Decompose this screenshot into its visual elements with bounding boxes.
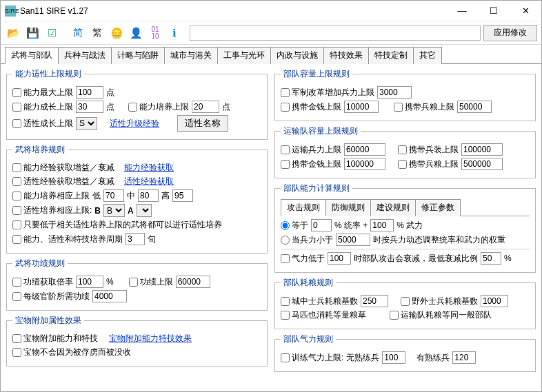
- rank-merit-input[interactable]: [92, 290, 127, 302]
- trans-food-input[interactable]: [461, 158, 503, 170]
- apt-name-button[interactable]: 适性名称: [177, 115, 228, 132]
- subtab-params[interactable]: 修正参数: [415, 199, 461, 216]
- close-button[interactable]: ✕: [510, 1, 541, 21]
- item-add-link[interactable]: 宝物附加能力特技效果: [109, 333, 192, 344]
- aptrel-b-select[interactable]: B: [103, 204, 125, 217]
- trans-gold-input[interactable]: [344, 158, 385, 170]
- cycle-input[interactable]: [126, 233, 145, 245]
- coin-icon[interactable]: 🪙: [108, 25, 125, 41]
- unit-gold-input[interactable]: [344, 101, 379, 113]
- eq-radio[interactable]: 等于: [281, 220, 308, 231]
- unit-food-input[interactable]: [457, 101, 492, 113]
- left-column: 能力适性上限规则 能力最大上限 点 能力成长上限 点 能力培养上限 点 适性成长…: [6, 68, 268, 387]
- minimize-button[interactable]: —: [446, 1, 478, 21]
- city-food-check[interactable]: 城中士兵耗粮基数: [281, 296, 358, 307]
- field-food-check[interactable]: 野外士兵耗粮基数: [401, 296, 478, 307]
- search-input[interactable]: [190, 25, 481, 41]
- subtab-attack[interactable]: 攻击规则: [281, 199, 326, 216]
- merit-cap-input[interactable]: [176, 276, 210, 288]
- field-food-input[interactable]: [481, 295, 508, 307]
- item-noloss-check[interactable]: 宝物不会因为被俘虏而被没收: [12, 347, 131, 358]
- rel-cap-check[interactable]: 能力培养相应上限: [12, 190, 90, 202]
- checklist-icon[interactable]: ☑: [43, 25, 60, 41]
- unit-cap-legend: 部队容量上限规则: [281, 68, 352, 80]
- tab-strategy-trap[interactable]: 计略与陷阱: [111, 47, 165, 64]
- aptrel-a-select[interactable]: [137, 204, 152, 217]
- subtab-defense[interactable]: 防御规则: [325, 199, 371, 216]
- simplified-button[interactable]: 简: [70, 25, 86, 41]
- info-icon[interactable]: ℹ: [166, 25, 183, 41]
- train-cap-input[interactable]: [192, 101, 219, 113]
- traditional-button[interactable]: 繁: [89, 25, 106, 41]
- window-controls: — ☐ ✕: [446, 1, 541, 21]
- unit-gold-check[interactable]: 携带金钱上限: [281, 101, 341, 113]
- cycle-check[interactable]: 能力、适性和特技培养周期: [12, 234, 123, 245]
- aptgrow-check[interactable]: 适性成长上限: [12, 118, 73, 130]
- merit-rate-check[interactable]: 功绩获取倍率: [12, 276, 73, 288]
- morale-check[interactable]: 气力低于: [281, 253, 325, 265]
- apt-gain-link[interactable]: 适性经验获取: [124, 176, 174, 187]
- tab-other[interactable]: 其它: [413, 47, 442, 64]
- tab-general-unit[interactable]: 武将与部队: [5, 47, 59, 64]
- apt-gain-check[interactable]: 适性经验获取增益／衰减: [12, 176, 114, 187]
- person-icon[interactable]: 👤: [128, 25, 144, 41]
- tab-build-aura[interactable]: 工事与光环: [217, 47, 271, 64]
- food-group: 部队耗粮规则 城中士兵耗粮基数 野外士兵耗粮基数 马匹也消耗等量粮草 运输队耗粮…: [274, 277, 536, 329]
- exp-gain-link[interactable]: 能力经验获取: [124, 162, 174, 174]
- maximize-button[interactable]: ☐: [478, 1, 510, 21]
- tab-city-port[interactable]: 城市与港关: [164, 47, 218, 64]
- tab-skill-effect[interactable]: 特技效果: [323, 47, 369, 64]
- trans-equip-check[interactable]: 携带兵装上限: [398, 144, 459, 156]
- trans-food-same-check[interactable]: 运输队耗粮等同一般部队: [390, 309, 492, 321]
- tab-unit-tactic[interactable]: 兵种与战法: [58, 47, 112, 64]
- morale-no-input[interactable]: [382, 351, 405, 364]
- reform-input[interactable]: [377, 86, 412, 99]
- binary-icon[interactable]: 0110: [147, 25, 163, 41]
- merit-cap-check[interactable]: 功绩上限: [129, 276, 173, 288]
- apt-upgrade-link[interactable]: 适性升级经验: [110, 118, 159, 130]
- lt-input[interactable]: [336, 234, 370, 246]
- lt-radio[interactable]: 当兵力小于: [281, 234, 333, 246]
- tab-politics-facility[interactable]: 内政与设施: [270, 47, 324, 64]
- trans-troop-check[interactable]: 运输兵力上限: [281, 144, 341, 156]
- open-icon[interactable]: 📂: [5, 25, 21, 41]
- rel-low-input[interactable]: [103, 189, 124, 202]
- toolbar: 📂 💾 ☑ 简 繁 🪙 👤 0110 ℹ 应用修改: [1, 21, 541, 45]
- rank-merit-check[interactable]: 每级官阶所需功绩: [12, 291, 90, 302]
- apply-button[interactable]: 应用修改: [483, 25, 537, 41]
- morale-yes-input[interactable]: [452, 351, 476, 364]
- morale-ratio-input[interactable]: [481, 252, 501, 265]
- morale-input[interactable]: [328, 252, 351, 265]
- city-food-input[interactable]: [361, 295, 388, 307]
- rel-hi-input[interactable]: [172, 189, 193, 202]
- aptrel-check[interactable]: 适性培养相应上限:: [12, 205, 92, 216]
- rel-mid-input[interactable]: [138, 189, 159, 202]
- train-cap-check[interactable]: 能力培养上限: [128, 101, 189, 113]
- item-add-check[interactable]: 宝物附加能力和特技: [12, 333, 98, 344]
- horse-food-check[interactable]: 马匹也消耗等量粮草: [281, 309, 366, 321]
- grow-cap-input[interactable]: [76, 101, 103, 113]
- morale-legend: 部队气力规则: [281, 333, 336, 345]
- max-cap-input[interactable]: [76, 86, 103, 99]
- grow-cap-check[interactable]: 能力成长上限: [12, 101, 73, 113]
- tab-skill-custom[interactable]: 特技定制: [368, 47, 414, 64]
- train-morale-check[interactable]: 训练气力上限:: [281, 352, 343, 364]
- save-icon[interactable]: 💾: [24, 25, 41, 41]
- trans-equip-input[interactable]: [461, 143, 503, 156]
- ability-cap-group: 能力适性上限规则 能力最大上限 点 能力成长上限 点 能力培养上限 点 适性成长…: [6, 68, 268, 140]
- below-cap-check[interactable]: 只要低于相关适性培养上限的武将都可以进行适性培养: [12, 219, 222, 231]
- general-train-legend: 武将培养规则: [12, 144, 68, 156]
- trans-troop-input[interactable]: [344, 143, 385, 156]
- aptgrow-select[interactable]: S: [76, 117, 97, 130]
- exp-gain-check[interactable]: 能力经验获取增益／衰减: [12, 162, 114, 174]
- eq-v1-input[interactable]: [311, 219, 332, 231]
- trans-food-check[interactable]: 携带兵粮上限: [398, 158, 459, 170]
- trans-gold-check[interactable]: 携带金钱上限: [281, 158, 341, 170]
- item-effect-legend: 宝物附加属性效果: [12, 315, 84, 327]
- subtab-build[interactable]: 建设规则: [370, 199, 416, 216]
- merit-rate-input[interactable]: [76, 276, 103, 288]
- eq-v2-input[interactable]: [370, 219, 394, 231]
- reform-check[interactable]: 军制改革增加兵力上限: [281, 87, 374, 99]
- max-cap-check[interactable]: 能力最大上限: [12, 87, 73, 99]
- unit-food-check[interactable]: 携带兵粮上限: [394, 101, 454, 113]
